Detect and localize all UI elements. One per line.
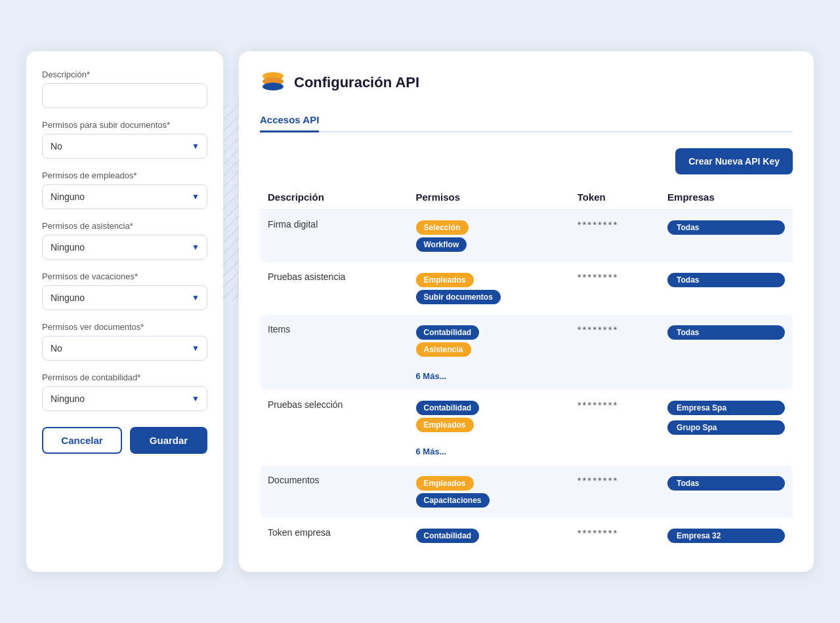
empresa-badge: Todas bbox=[667, 220, 785, 235]
label-descripcion: Descripción* bbox=[42, 70, 207, 79]
empresa-badge: Empresa 32 bbox=[667, 529, 785, 543]
form-group-permisos-ver: Permisos ver documentos* No Sí ▼ bbox=[42, 322, 207, 361]
cell-permisos: Contabilidad bbox=[408, 518, 570, 553]
cell-token: ******** bbox=[570, 262, 660, 315]
empresa-badge: Empresa Spa bbox=[667, 401, 785, 415]
label-permisos-asistencia: Permisos de asistencia* bbox=[42, 221, 207, 231]
permission-badge: Subir documentos bbox=[416, 290, 501, 304]
permission-badge: Empleados bbox=[416, 273, 474, 287]
permission-badge: Workflow bbox=[416, 237, 467, 252]
panel-toolbar: Crear Nueva API Key bbox=[260, 148, 793, 174]
permission-badge: Contabilidad bbox=[416, 325, 480, 340]
form-group-permisos-vacaciones: Permisos de vacaciones* Ninguno Lectura … bbox=[42, 271, 207, 310]
cell-permisos: EmpleadosSubir documentos bbox=[408, 262, 570, 315]
cell-descripcion: Items bbox=[260, 315, 408, 390]
select-permisos-vacaciones[interactable]: Ninguno Lectura Escritura bbox=[42, 285, 207, 310]
permission-badge: Empleados bbox=[416, 418, 474, 432]
cell-descripcion: Documentos bbox=[260, 466, 408, 518]
table-body: Firma digitalSelecciónWorkflow********To… bbox=[260, 210, 793, 554]
select-wrapper-permisos-asistencia: Ninguno Lectura Escritura ▼ bbox=[42, 235, 207, 260]
permission-badge: Asistencia bbox=[416, 342, 471, 357]
select-permisos-subir[interactable]: No Sí bbox=[42, 134, 207, 159]
permission-badge: Empleados bbox=[416, 476, 474, 491]
label-permisos-vacaciones: Permisos de vacaciones* bbox=[42, 271, 207, 281]
cell-empresas: Todas bbox=[660, 315, 793, 390]
select-permisos-ver[interactable]: No Sí bbox=[42, 336, 207, 361]
select-wrapper-permisos-ver: No Sí ▼ bbox=[42, 336, 207, 361]
panel-title: Configuración API bbox=[294, 74, 419, 91]
select-wrapper-permisos-vacaciones: Ninguno Lectura Escritura ▼ bbox=[42, 285, 207, 310]
table-row: Pruebas selecciónContabilidadEmpleados6 … bbox=[260, 390, 793, 466]
label-permisos-contabilidad: Permisos de contabilidad* bbox=[42, 372, 207, 382]
table-row: Token empresaContabilidad********Empresa… bbox=[260, 518, 793, 553]
th-permisos: Permisos bbox=[408, 185, 570, 210]
table-row: Pruebas asistenciaEmpleadosSubir documen… bbox=[260, 262, 793, 315]
label-permisos-empleados: Permisos de empleados* bbox=[42, 171, 207, 180]
cell-token: ******** bbox=[570, 210, 660, 263]
cell-empresas: Todas bbox=[660, 262, 793, 315]
svg-point-4 bbox=[262, 83, 284, 90]
save-button[interactable]: Guardar bbox=[130, 427, 207, 454]
input-descripcion[interactable] bbox=[42, 83, 207, 108]
create-api-key-button[interactable]: Crear Nueva API Key bbox=[675, 148, 793, 174]
panel-tabs: Accesos API bbox=[260, 109, 793, 132]
permission-badge: Selección bbox=[416, 220, 469, 235]
cell-empresas: Empresa SpaGrupo Spa bbox=[660, 390, 793, 466]
form-group-permisos-asistencia: Permisos de asistencia* Ninguno Lectura … bbox=[42, 221, 207, 260]
permission-badge: Contabilidad bbox=[416, 401, 480, 415]
cell-token: ******** bbox=[570, 390, 660, 466]
cell-permisos: ContabilidadAsistencia6 Más... bbox=[408, 315, 570, 390]
permission-badge: Contabilidad bbox=[416, 529, 480, 543]
cell-descripcion: Firma digital bbox=[260, 210, 408, 263]
table-row: Firma digitalSelecciónWorkflow********To… bbox=[260, 210, 793, 263]
tab-accesos-api[interactable]: Accesos API bbox=[260, 109, 319, 132]
empresa-badge: Grupo Spa bbox=[667, 420, 785, 435]
select-wrapper-permisos-contabilidad: Ninguno Lectura Escritura ▼ bbox=[42, 386, 207, 411]
more-link[interactable]: 6 Más... bbox=[416, 447, 447, 456]
form-group-permisos-contabilidad: Permisos de contabilidad* Ninguno Lectur… bbox=[42, 372, 207, 411]
cell-permisos: ContabilidadEmpleados6 Más... bbox=[408, 390, 570, 466]
stack-icon bbox=[260, 70, 286, 96]
select-permisos-asistencia[interactable]: Ninguno Lectura Escritura bbox=[42, 235, 207, 260]
form-group-permisos-empleados: Permisos de empleados* Ninguno Lectura E… bbox=[42, 171, 207, 209]
panel-header: Configuración API bbox=[260, 70, 793, 96]
cell-token: ******** bbox=[570, 315, 660, 390]
cell-descripcion: Pruebas selección bbox=[260, 390, 408, 466]
cell-empresas: Todas bbox=[660, 466, 793, 518]
empresa-badge: Todas bbox=[667, 273, 785, 287]
cell-empresas: Todas bbox=[660, 210, 793, 263]
th-descripcion: Descripción bbox=[260, 185, 408, 210]
cell-permisos: SelecciónWorkflow bbox=[408, 210, 570, 263]
cell-permisos: EmpleadosCapacitaciones bbox=[408, 466, 570, 518]
table-row: DocumentosEmpleadosCapacitaciones*******… bbox=[260, 466, 793, 518]
empresa-badge: Todas bbox=[667, 325, 785, 340]
main-container: Descripción* Permisos para subir documen… bbox=[26, 51, 814, 572]
form-actions: Cancelar Guardar bbox=[42, 427, 207, 454]
right-panel: Configuración API Accesos API Crear Nuev… bbox=[239, 51, 814, 572]
select-wrapper-permisos-subir: No Sí ▼ bbox=[42, 134, 207, 159]
app-logo bbox=[260, 70, 286, 96]
th-empresas: Empresas bbox=[660, 185, 793, 210]
select-permisos-empleados[interactable]: Ninguno Lectura Escritura bbox=[42, 184, 207, 209]
label-permisos-ver: Permisos ver documentos* bbox=[42, 322, 207, 332]
form-group-permisos-subir: Permisos para subir documentos* No Sí ▼ bbox=[42, 120, 207, 159]
api-table: Descripción Permisos Token Empresas Firm… bbox=[260, 185, 793, 553]
cancel-button[interactable]: Cancelar bbox=[42, 427, 122, 454]
select-wrapper-permisos-empleados: Ninguno Lectura Escritura ▼ bbox=[42, 184, 207, 209]
empresa-badge: Todas bbox=[667, 476, 785, 491]
label-permisos-subir: Permisos para subir documentos* bbox=[42, 120, 207, 130]
left-form-panel: Descripción* Permisos para subir documen… bbox=[26, 51, 223, 572]
cell-descripcion: Pruebas asistencia bbox=[260, 262, 408, 315]
cell-token: ******** bbox=[570, 518, 660, 553]
table-header-row: Descripción Permisos Token Empresas bbox=[260, 185, 793, 210]
select-permisos-contabilidad[interactable]: Ninguno Lectura Escritura bbox=[42, 386, 207, 411]
form-group-descripcion: Descripción* bbox=[42, 70, 207, 108]
cell-descripcion: Token empresa bbox=[260, 518, 408, 553]
more-link[interactable]: 6 Más... bbox=[416, 371, 447, 381]
permission-badge: Capacitaciones bbox=[416, 493, 490, 508]
table-row: ItemsContabilidadAsistencia6 Más...*****… bbox=[260, 315, 793, 390]
cell-token: ******** bbox=[570, 466, 660, 518]
th-token: Token bbox=[570, 185, 660, 210]
cell-empresas: Empresa 32 bbox=[660, 518, 793, 553]
